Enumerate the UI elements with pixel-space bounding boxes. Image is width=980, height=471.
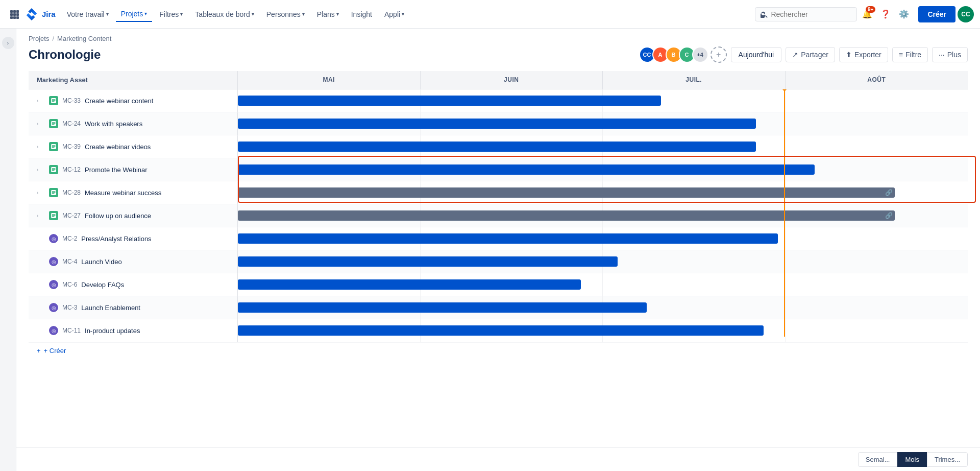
- row-label: ›MC-27Follow up on audience: [29, 204, 238, 227]
- table-row[interactable]: ›MC-28Measure webinar success🔗: [29, 181, 968, 204]
- user-avatar[interactable]: CC: [958, 6, 974, 22]
- gantt-cell[interactable]: [238, 158, 968, 181]
- table-row[interactable]: ›MC-24Work with speakers: [29, 112, 968, 135]
- filter-button[interactable]: ≡ Filtre: [892, 47, 928, 62]
- gantt-bar[interactable]: [238, 164, 815, 175]
- nav-tableaux[interactable]: Tableaux de bord ▾: [190, 7, 259, 21]
- add-avatar-button[interactable]: +: [710, 46, 727, 63]
- help-icon: ❓: [880, 9, 891, 19]
- notifications-button[interactable]: 🔔 9+: [859, 6, 875, 22]
- table-row[interactable]: ◎MC-6Develop FAQs: [29, 273, 968, 296]
- nav-insight[interactable]: Insight: [346, 7, 377, 21]
- timeline-wrapper[interactable]: Marketing Asset MAI JUIN JUIL. AOÛT: [16, 71, 980, 448]
- expand-icon[interactable]: ›: [37, 98, 45, 104]
- issue-name[interactable]: Measure webinar success: [85, 189, 161, 197]
- view-month-button[interactable]: Mois: [897, 452, 926, 467]
- issue-name[interactable]: In-product updates: [85, 327, 140, 335]
- chevron-down-icon: ▾: [144, 11, 147, 16]
- row-label: ›MC-39Create webinar videos: [29, 135, 238, 158]
- add-row[interactable]: + + Créer: [29, 342, 968, 359]
- expand-icon[interactable]: ›: [37, 190, 45, 196]
- gantt-bar[interactable]: [238, 302, 647, 313]
- view-quarter-button[interactable]: Trimes...: [927, 452, 968, 467]
- share-button[interactable]: ↗ Partager: [786, 47, 835, 62]
- sidebar-toggle-area: ›: [0, 29, 16, 471]
- gantt-cell[interactable]: [238, 89, 968, 112]
- nav-votre-travail[interactable]: Votre travail ▾: [62, 7, 114, 21]
- gantt-bar[interactable]: 🔗: [238, 210, 895, 221]
- issue-name[interactable]: Create webinar content: [85, 97, 153, 105]
- help-button[interactable]: ❓: [877, 6, 894, 22]
- issue-name[interactable]: Develop FAQs: [81, 281, 124, 289]
- issue-name[interactable]: Launch Enablement: [81, 304, 140, 312]
- gantt-cell[interactable]: 🔗: [238, 181, 968, 204]
- table-row[interactable]: ◎MC-11In-product updates: [29, 319, 968, 342]
- avatar-count[interactable]: +4: [692, 46, 708, 63]
- chevron-down-icon: ▾: [402, 11, 404, 17]
- gantt-cell[interactable]: [238, 227, 968, 250]
- export-button[interactable]: ⬆ Exporter: [839, 47, 888, 62]
- apps-grid-icon[interactable]: [6, 6, 22, 22]
- jira-logo[interactable]: Jira: [24, 7, 56, 21]
- gantt-bar[interactable]: [238, 233, 778, 244]
- table-row[interactable]: ◎MC-3Launch Enablement: [29, 296, 968, 319]
- issue-id: MC-6: [62, 281, 77, 288]
- today-button[interactable]: Aujourd'hui: [731, 47, 782, 62]
- gantt-cell[interactable]: [238, 296, 968, 319]
- gantt-cell[interactable]: [238, 319, 968, 342]
- svg-rect-4: [13, 13, 16, 16]
- gantt-bar[interactable]: [238, 279, 581, 290]
- expand-icon[interactable]: ›: [37, 144, 45, 150]
- view-week-button[interactable]: Semai...: [858, 452, 898, 467]
- gantt-bar[interactable]: [238, 96, 661, 106]
- search-input[interactable]: [771, 10, 847, 18]
- gantt-bar[interactable]: 🔗: [238, 187, 895, 198]
- gantt-cell[interactable]: [238, 273, 968, 296]
- issue-name[interactable]: Launch Video: [81, 258, 121, 266]
- gantt-cell[interactable]: [238, 250, 968, 273]
- issue-id: MC-24: [62, 120, 81, 127]
- issue-name[interactable]: Follow up on audience: [85, 212, 151, 220]
- gantt-cell[interactable]: 🔗: [238, 204, 968, 227]
- issue-id: MC-33: [62, 97, 81, 104]
- gantt-bar[interactable]: [238, 119, 756, 129]
- issue-name[interactable]: Create webinar videos: [85, 143, 151, 151]
- nav-personnes[interactable]: Personnes ▾: [261, 7, 310, 21]
- gantt-cell[interactable]: [238, 112, 968, 135]
- sidebar-toggle-button[interactable]: ›: [2, 37, 14, 49]
- issue-name[interactable]: Promote the Webinar: [85, 166, 148, 174]
- expand-icon[interactable]: ›: [37, 167, 45, 173]
- issue-name[interactable]: Work with speakers: [85, 120, 142, 128]
- create-button[interactable]: Créer: [918, 6, 955, 22]
- table-row[interactable]: ›MC-39Create webinar videos: [29, 135, 968, 158]
- row-label: ◎MC-2Press/Analyst Relations: [29, 227, 238, 250]
- issue-name[interactable]: Press/Analyst Relations: [81, 235, 151, 243]
- breadcrumb-projets[interactable]: Projets: [29, 35, 49, 42]
- row-label: ›MC-24Work with speakers: [29, 112, 238, 135]
- table-row[interactable]: ›MC-27Follow up on audience🔗: [29, 204, 968, 227]
- gantt-bar[interactable]: [238, 256, 618, 267]
- table-row[interactable]: ›MC-33Create webinar content: [29, 89, 968, 112]
- gantt-bar[interactable]: [238, 142, 756, 152]
- breadcrumb: Projets / Marketing Content: [16, 29, 980, 42]
- search-bar[interactable]: [755, 7, 857, 21]
- nav-projets[interactable]: Projets ▾: [116, 7, 153, 22]
- table-row[interactable]: ›MC-12Promote the Webinar: [29, 158, 968, 181]
- settings-button[interactable]: ⚙️: [896, 6, 912, 22]
- row-label: ◎MC-6Develop FAQs: [29, 273, 238, 296]
- more-button[interactable]: ··· Plus: [932, 47, 968, 62]
- plus-icon: +: [716, 51, 721, 59]
- gantt-cell[interactable]: [238, 135, 968, 158]
- issue-id: MC-39: [62, 143, 81, 150]
- expand-icon[interactable]: ›: [37, 213, 45, 219]
- nav-filtres[interactable]: Filtres ▾: [154, 7, 188, 21]
- top-nav: Jira Votre travail ▾ Projets ▾ Filtres ▾…: [0, 0, 980, 29]
- expand-icon[interactable]: ›: [37, 121, 45, 127]
- nav-appli[interactable]: Appli ▾: [379, 7, 409, 21]
- table-row[interactable]: ◎MC-2Press/Analyst Relations: [29, 227, 968, 250]
- table-row[interactable]: ◎MC-4Launch Video: [29, 250, 968, 273]
- svg-rect-7: [13, 16, 16, 19]
- gantt-bar[interactable]: [238, 325, 764, 336]
- main-content: Projets / Marketing Content Chronologie …: [16, 29, 980, 471]
- nav-plans[interactable]: Plans ▾: [312, 7, 344, 21]
